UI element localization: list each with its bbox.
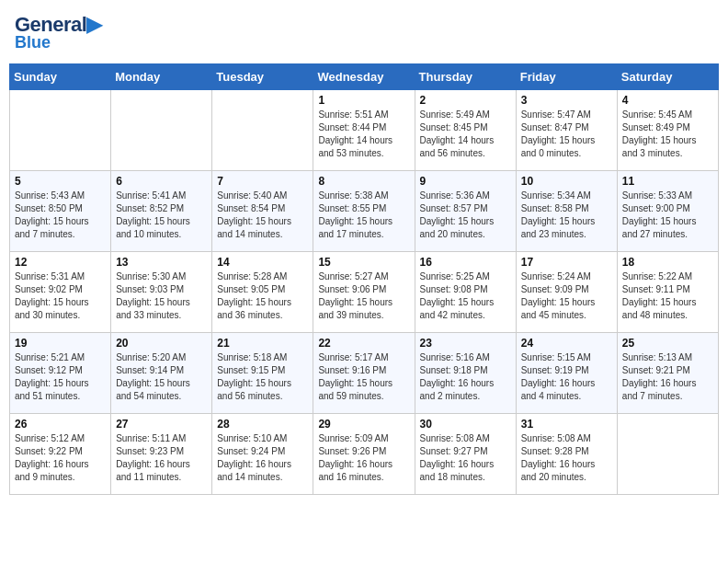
calendar-cell [212,90,313,171]
day-number: 14 [217,256,308,269]
day-number: 3 [521,94,612,107]
day-info: Sunrise: 5:25 AM Sunset: 9:08 PM Dayligh… [420,270,511,322]
weekday-header-friday: Friday [516,64,617,90]
day-info: Sunrise: 5:16 AM Sunset: 9:18 PM Dayligh… [420,351,511,403]
calendar-cell: 22Sunrise: 5:17 AM Sunset: 9:16 PM Dayli… [313,333,415,414]
day-number: 31 [521,418,612,431]
calendar-cell: 1Sunrise: 5:51 AM Sunset: 8:44 PM Daylig… [313,90,415,171]
day-info: Sunrise: 5:28 AM Sunset: 9:05 PM Dayligh… [217,270,308,322]
calendar-cell: 16Sunrise: 5:25 AM Sunset: 9:08 PM Dayli… [415,252,516,333]
calendar-cell: 24Sunrise: 5:15 AM Sunset: 9:19 PM Dayli… [516,333,617,414]
calendar-cell: 28Sunrise: 5:10 AM Sunset: 9:24 PM Dayli… [212,414,313,495]
day-info: Sunrise: 5:12 AM Sunset: 9:22 PM Dayligh… [15,432,106,484]
day-number: 17 [521,256,612,269]
day-info: Sunrise: 5:27 AM Sunset: 9:06 PM Dayligh… [318,270,409,322]
day-number: 27 [116,418,207,431]
day-info: Sunrise: 5:21 AM Sunset: 9:12 PM Dayligh… [15,351,106,403]
day-info: Sunrise: 5:45 AM Sunset: 8:49 PM Dayligh… [622,109,713,160]
calendar-table: SundayMondayTuesdayWednesdayThursdayFrid… [9,63,719,495]
calendar-cell: 21Sunrise: 5:18 AM Sunset: 9:15 PM Dayli… [212,333,313,414]
weekday-header-sunday: Sunday [10,64,111,90]
logo: General▶ Blue [15,13,102,52]
day-number: 18 [622,256,713,269]
calendar-cell [10,90,111,171]
day-info: Sunrise: 5:09 AM Sunset: 9:26 PM Dayligh… [318,432,409,484]
day-number: 16 [420,256,511,269]
day-info: Sunrise: 5:30 AM Sunset: 9:03 PM Dayligh… [116,270,207,322]
day-info: Sunrise: 5:08 AM Sunset: 9:27 PM Dayligh… [420,432,511,484]
weekday-header-saturday: Saturday [617,64,718,90]
day-number: 26 [15,418,106,431]
day-info: Sunrise: 5:10 AM Sunset: 9:24 PM Dayligh… [217,432,308,484]
day-info: Sunrise: 5:33 AM Sunset: 9:00 PM Dayligh… [622,190,713,241]
day-info: Sunrise: 5:47 AM Sunset: 8:47 PM Dayligh… [521,109,612,160]
day-number: 22 [318,337,409,350]
calendar-cell: 3Sunrise: 5:47 AM Sunset: 8:47 PM Daylig… [516,90,617,171]
day-info: Sunrise: 5:40 AM Sunset: 8:54 PM Dayligh… [217,190,308,241]
calendar-cell: 12Sunrise: 5:31 AM Sunset: 9:02 PM Dayli… [10,252,111,333]
calendar-cell [111,90,212,171]
calendar-cell: 25Sunrise: 5:13 AM Sunset: 9:21 PM Dayli… [617,333,718,414]
day-info: Sunrise: 5:20 AM Sunset: 9:14 PM Dayligh… [116,351,207,403]
day-number: 9 [420,175,511,188]
calendar-cell: 23Sunrise: 5:16 AM Sunset: 9:18 PM Dayli… [415,333,516,414]
calendar-cell: 10Sunrise: 5:34 AM Sunset: 8:58 PM Dayli… [516,171,617,252]
weekday-header-monday: Monday [111,64,212,90]
day-number: 25 [622,337,713,350]
day-info: Sunrise: 5:49 AM Sunset: 8:45 PM Dayligh… [420,109,511,160]
calendar-cell: 31Sunrise: 5:08 AM Sunset: 9:28 PM Dayli… [516,414,617,495]
day-info: Sunrise: 5:24 AM Sunset: 9:09 PM Dayligh… [521,270,612,322]
day-number: 21 [217,337,308,350]
day-number: 29 [318,418,409,431]
week-row-3: 12Sunrise: 5:31 AM Sunset: 9:02 PM Dayli… [10,252,719,333]
day-number: 24 [521,337,612,350]
day-number: 15 [318,256,409,269]
day-info: Sunrise: 5:18 AM Sunset: 9:15 PM Dayligh… [217,351,308,403]
day-info: Sunrise: 5:38 AM Sunset: 8:55 PM Dayligh… [318,190,409,241]
day-number: 12 [15,256,106,269]
day-number: 5 [15,175,106,188]
week-row-1: 1Sunrise: 5:51 AM Sunset: 8:44 PM Daylig… [10,90,719,171]
calendar-cell: 20Sunrise: 5:20 AM Sunset: 9:14 PM Dayli… [111,333,212,414]
day-info: Sunrise: 5:34 AM Sunset: 8:58 PM Dayligh… [521,190,612,241]
calendar-cell: 26Sunrise: 5:12 AM Sunset: 9:22 PM Dayli… [10,414,111,495]
calendar-cell: 19Sunrise: 5:21 AM Sunset: 9:12 PM Dayli… [10,333,111,414]
weekday-header-row: SundayMondayTuesdayWednesdayThursdayFrid… [10,64,719,90]
week-row-2: 5Sunrise: 5:43 AM Sunset: 8:50 PM Daylig… [10,171,719,252]
day-info: Sunrise: 5:43 AM Sunset: 8:50 PM Dayligh… [15,190,106,241]
logo-subtext: Blue [15,33,51,52]
calendar-cell: 4Sunrise: 5:45 AM Sunset: 8:49 PM Daylig… [617,90,718,171]
day-info: Sunrise: 5:41 AM Sunset: 8:52 PM Dayligh… [116,190,207,241]
day-info: Sunrise: 5:13 AM Sunset: 9:21 PM Dayligh… [622,351,713,403]
day-info: Sunrise: 5:51 AM Sunset: 8:44 PM Dayligh… [318,109,409,160]
calendar-cell: 2Sunrise: 5:49 AM Sunset: 8:45 PM Daylig… [415,90,516,171]
calendar-cell: 29Sunrise: 5:09 AM Sunset: 9:26 PM Dayli… [313,414,415,495]
day-number: 8 [318,175,409,188]
day-number: 10 [521,175,612,188]
day-number: 19 [15,337,106,350]
day-info: Sunrise: 5:08 AM Sunset: 9:28 PM Dayligh… [521,432,612,484]
calendar-cell: 7Sunrise: 5:40 AM Sunset: 8:54 PM Daylig… [212,171,313,252]
day-info: Sunrise: 5:11 AM Sunset: 9:23 PM Dayligh… [116,432,207,484]
calendar-cell: 11Sunrise: 5:33 AM Sunset: 9:00 PM Dayli… [617,171,718,252]
day-number: 1 [318,94,409,107]
day-number: 20 [116,337,207,350]
calendar-cell: 17Sunrise: 5:24 AM Sunset: 9:09 PM Dayli… [516,252,617,333]
day-number: 6 [116,175,207,188]
header: General▶ Blue [9,9,719,56]
day-info: Sunrise: 5:31 AM Sunset: 9:02 PM Dayligh… [15,270,106,322]
day-number: 28 [217,418,308,431]
weekday-header-wednesday: Wednesday [313,64,415,90]
day-info: Sunrise: 5:36 AM Sunset: 8:57 PM Dayligh… [420,190,511,241]
calendar-cell: 6Sunrise: 5:41 AM Sunset: 8:52 PM Daylig… [111,171,212,252]
day-number: 4 [622,94,713,107]
day-info: Sunrise: 5:17 AM Sunset: 9:16 PM Dayligh… [318,351,409,403]
calendar-cell: 18Sunrise: 5:22 AM Sunset: 9:11 PM Dayli… [617,252,718,333]
day-number: 30 [420,418,511,431]
week-row-4: 19Sunrise: 5:21 AM Sunset: 9:12 PM Dayli… [10,333,719,414]
day-number: 13 [116,256,207,269]
weekday-header-tuesday: Tuesday [212,64,313,90]
week-row-5: 26Sunrise: 5:12 AM Sunset: 9:22 PM Dayli… [10,414,719,495]
calendar-cell: 14Sunrise: 5:28 AM Sunset: 9:05 PM Dayli… [212,252,313,333]
day-number: 2 [420,94,511,107]
